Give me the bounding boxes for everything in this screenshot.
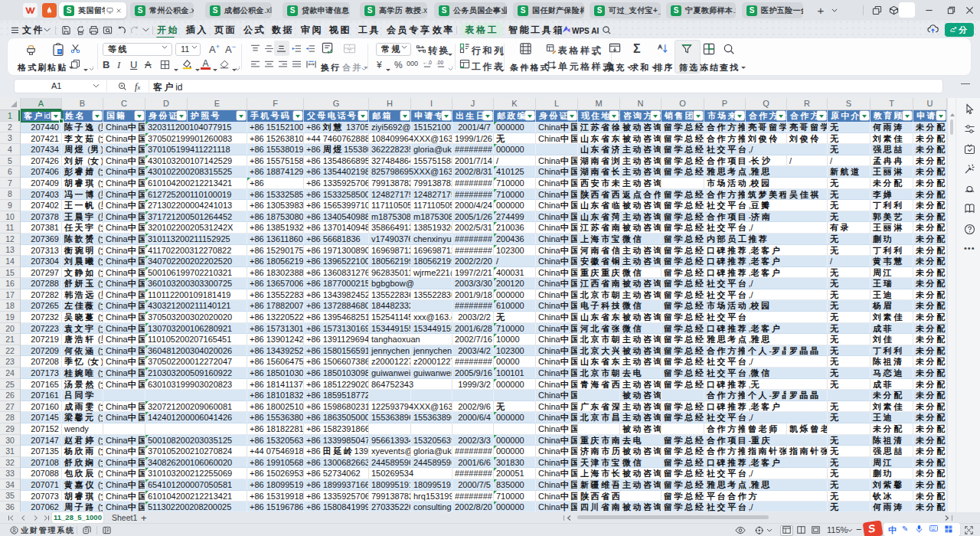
svg-text:←.0: ←.0 bbox=[423, 60, 432, 65]
svg-text:.00: .00 bbox=[436, 60, 443, 65]
